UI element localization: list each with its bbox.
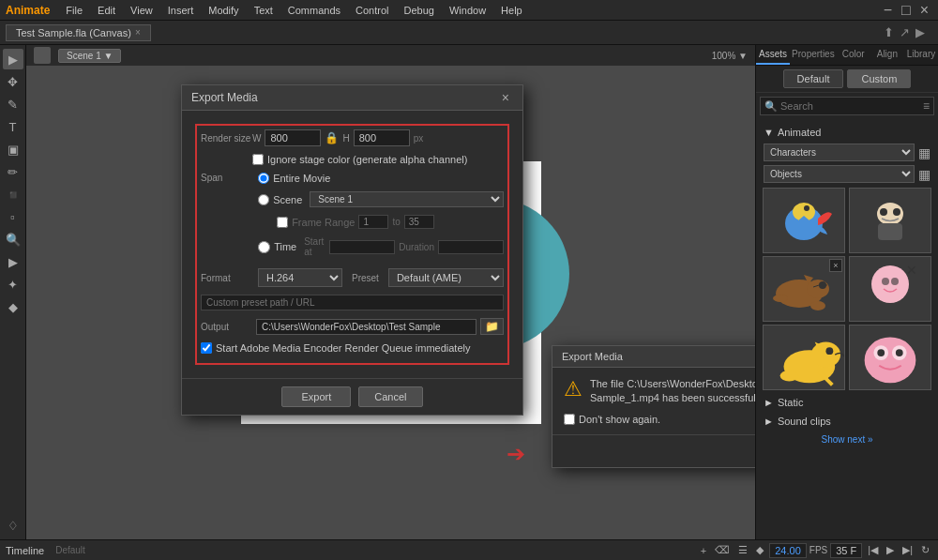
fps-display[interactable]: 24.00 — [769, 543, 807, 558]
char2-svg — [857, 195, 923, 247]
sound-section-header[interactable]: ► Sound clips — [760, 412, 934, 431]
tab-align[interactable]: Align — [870, 45, 904, 65]
asset-pink-round[interactable] — [849, 325, 931, 390]
share-icon[interactable]: ↗ — [900, 25, 910, 39]
start-time-input[interactable] — [329, 240, 395, 254]
bone-tool[interactable]: ✦ — [3, 274, 23, 295]
menu-modify[interactable]: Modify — [202, 3, 245, 18]
menu-help[interactable]: Help — [494, 3, 529, 18]
pencil-tool[interactable]: ✏ — [3, 161, 23, 182]
scene-select[interactable]: Scene 1 — [310, 191, 504, 207]
characters-select[interactable]: Characters — [764, 144, 915, 161]
restore-btn[interactable]: □ — [898, 2, 915, 19]
default-btn[interactable]: Default — [783, 69, 844, 88]
menu-text[interactable]: Text — [248, 3, 280, 18]
eraser-tool[interactable]: ▫ — [3, 206, 23, 227]
svg-point-7 — [893, 208, 900, 216]
menu-control[interactable]: Control — [349, 3, 395, 18]
motion-tween-btn[interactable]: ◆ — [753, 543, 766, 557]
play-btn[interactable]: ▶ — [884, 543, 897, 557]
asset-pink-char[interactable]: ✕ — [849, 256, 931, 322]
rect-tool[interactable]: ▣ — [3, 139, 23, 159]
menu-commands[interactable]: Commands — [281, 3, 347, 18]
dont-show-checkbox[interactable] — [564, 414, 575, 425]
static-section-header[interactable]: ► Static — [760, 393, 934, 412]
doc-tab[interactable]: Test Sample.fla (Canvas) × — [6, 24, 151, 41]
tab-library[interactable]: Library — [904, 45, 938, 65]
upload-icon[interactable]: ⬆ — [884, 25, 894, 39]
custom-path-input[interactable] — [201, 295, 504, 310]
tab-close-icon[interactable]: × — [135, 27, 141, 38]
height-input[interactable] — [354, 129, 410, 146]
duration-input[interactable] — [438, 240, 504, 254]
minimize-btn[interactable]: − — [880, 2, 896, 19]
output-path-input[interactable] — [256, 319, 477, 335]
frame-to-label: to — [392, 217, 400, 227]
asset-parrot[interactable] — [763, 188, 845, 253]
pink-round-svg — [850, 325, 930, 390]
custom-btn[interactable]: Custom — [847, 69, 911, 88]
scene-selector[interactable]: Scene 1 ▼ — [58, 49, 121, 63]
prev-frame-btn[interactable]: |◀ — [865, 543, 881, 557]
select-tool[interactable]: ▶ — [3, 49, 23, 69]
svg-point-23 — [864, 338, 915, 384]
menu-edit[interactable]: Edit — [91, 3, 122, 18]
width-input[interactable] — [265, 129, 321, 146]
camera-tool[interactable]: ▶ — [3, 251, 23, 272]
delete-layer-btn[interactable]: ⌫ — [712, 543, 733, 557]
zoom-level[interactable]: 100% ▼ — [712, 51, 748, 61]
dialog-close-btn[interactable]: × — [498, 90, 513, 105]
scene-radio[interactable] — [258, 194, 269, 205]
asset-yellow-dog[interactable] — [763, 325, 845, 390]
paint-tool[interactable]: ◾ — [3, 184, 23, 204]
format-select[interactable]: H.264 — [258, 268, 342, 287]
panel-tabs: Assets Properties Color Align Library — [756, 45, 938, 66]
transform-tool[interactable]: ✥ — [3, 71, 23, 92]
objects-select[interactable]: Objects — [764, 165, 915, 183]
layer-options-btn[interactable]: ☰ — [735, 543, 750, 557]
browse-folder-btn[interactable]: 📁 — [480, 318, 504, 335]
loop-btn[interactable]: ↻ — [918, 543, 932, 557]
menu-window[interactable]: Window — [443, 3, 492, 18]
asset-warp-tool[interactable]: ◆ — [3, 296, 23, 317]
success-message: The file C:\Users\WonderFox\Desktop\Test… — [590, 377, 755, 406]
menu-view[interactable]: View — [124, 3, 159, 18]
ignore-stage-checkbox[interactable] — [252, 154, 264, 165]
tab-color[interactable]: Color — [837, 45, 870, 65]
tab-properties[interactable]: Properties — [790, 45, 837, 65]
cancel-btn[interactable]: Cancel — [358, 386, 422, 407]
asset-remove-btn[interactable]: × — [829, 259, 842, 272]
menu-debug[interactable]: Debug — [398, 3, 441, 18]
export-btn[interactable]: Export — [281, 386, 351, 407]
filter-characters-btn[interactable]: ▦ — [918, 145, 930, 160]
play-icon[interactable]: ▶ — [915, 25, 925, 39]
preset-select[interactable]: Default (AME) — [388, 268, 504, 287]
start-encoder-checkbox[interactable] — [201, 342, 212, 354]
frame-to-input[interactable] — [404, 215, 434, 229]
show-next-btn[interactable]: Show next » — [760, 431, 934, 448]
characters-row: Characters ▦ — [760, 142, 934, 163]
tab-assets[interactable]: Assets — [756, 45, 790, 65]
frame-from-input[interactable] — [358, 215, 388, 229]
menu-file[interactable]: File — [59, 3, 89, 18]
time-radio[interactable] — [258, 241, 270, 253]
frame-range-checkbox[interactable] — [277, 217, 288, 228]
pen-tool[interactable]: ✎ — [3, 94, 23, 114]
properties-panel-btn[interactable]: ♢ — [3, 515, 23, 536]
asset-char2[interactable] — [849, 188, 931, 253]
search-input[interactable] — [780, 100, 923, 112]
close-btn[interactable]: × — [916, 2, 932, 19]
add-layer-btn[interactable]: + — [698, 544, 709, 557]
success-dialog: Export Media ⚠ The file C:\Users\WonderF… — [552, 345, 755, 468]
filter-icon[interactable]: ≡ — [923, 99, 930, 113]
next-frame-btn[interactable]: ▶| — [900, 543, 915, 557]
menu-insert[interactable]: Insert — [161, 3, 201, 18]
zoom-tool[interactable]: 🔍 — [3, 229, 23, 250]
animated-section-header[interactable]: ▼ Animated — [760, 123, 934, 142]
filter-objects-btn[interactable]: ▦ — [918, 167, 930, 182]
asset-animal[interactable]: × — [763, 256, 845, 322]
entire-movie-radio[interactable] — [258, 173, 269, 184]
search-row: 🔍 ≡ — [760, 97, 934, 115]
frame-display[interactable]: 35 F — [830, 543, 862, 558]
text-tool[interactable]: T — [3, 116, 23, 137]
